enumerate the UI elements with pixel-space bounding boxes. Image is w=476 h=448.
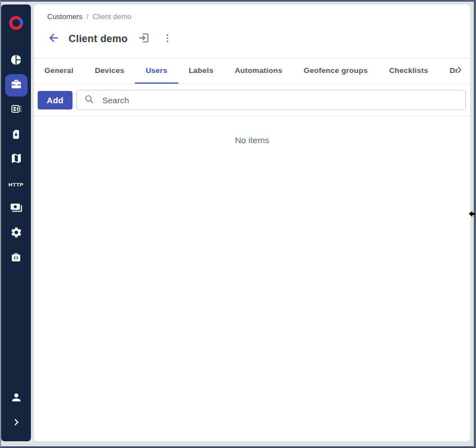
app-window: HTTP: [0, 0, 476, 448]
sidebar-item-http[interactable]: HTTP: [4, 172, 29, 196]
gear-icon: [10, 226, 22, 241]
briefcase-icon: [10, 78, 22, 93]
title-row: Client demo: [47, 26, 457, 58]
search-input[interactable]: [101, 95, 459, 106]
more-actions-button[interactable]: [159, 31, 176, 48]
tab-general[interactable]: General: [34, 58, 84, 84]
sidebar-item-api[interactable]: [4, 246, 29, 271]
sidebar-item-sim-cards[interactable]: [4, 122, 29, 147]
tabs-scroll-right-button[interactable]: [451, 58, 467, 84]
page-title: Client demo: [69, 33, 128, 45]
kebab-menu-icon: [162, 33, 173, 46]
back-button[interactable]: [46, 32, 61, 47]
add-button[interactable]: Add: [38, 91, 72, 109]
payments-icon: [10, 202, 22, 216]
tab-geofence-groups[interactable]: Geofence groups: [293, 58, 378, 84]
tab-users[interactable]: Users: [135, 58, 178, 84]
tab-devices[interactable]: Devices: [84, 58, 135, 84]
chevron-right-icon: [12, 418, 21, 429]
page-header: Customers / Client demo Client demo: [34, 4, 470, 58]
toolbar: Add: [34, 84, 470, 116]
sidebar-item-account[interactable]: [4, 386, 29, 411]
tab-labels[interactable]: Labels: [178, 58, 224, 84]
tab-automations[interactable]: Automations: [224, 58, 293, 84]
chevron-right-icon: [455, 66, 464, 76]
swirl-logo-icon[interactable]: [8, 15, 25, 31]
sidebar-item-settings[interactable]: [4, 221, 29, 246]
sim-card-download-icon: [10, 128, 22, 142]
exit-to-app-icon: [138, 31, 151, 47]
back-arrow-icon: [47, 31, 60, 47]
search-icon: [84, 94, 94, 107]
sidebar-item-devices[interactable]: [4, 98, 29, 122]
person-icon: [10, 391, 22, 406]
open-customer-button[interactable]: [135, 31, 152, 48]
users-list-area: No items: [34, 116, 470, 441]
sidebar: HTTP: [1, 4, 31, 441]
tab-bar: General Devices Users Labels Automations…: [34, 58, 470, 84]
breadcrumb-separator: /: [87, 12, 89, 21]
device-card-icon: [10, 103, 22, 117]
empty-state-text: No items: [235, 135, 269, 441]
pie-chart-icon: [10, 53, 22, 68]
mouse-cursor: [468, 210, 476, 220]
sidebar-item-billing[interactable]: [4, 196, 29, 221]
search-box[interactable]: [76, 90, 466, 110]
http-icon: HTTP: [8, 181, 24, 188]
sidebar-item-dashboard[interactable]: [4, 48, 29, 73]
map-icon: [10, 152, 22, 167]
api-case-icon: [10, 252, 22, 266]
tab-checklists[interactable]: Checklists: [378, 58, 439, 84]
sidebar-item-geofences[interactable]: [4, 147, 29, 172]
main-panel: Customers / Client demo Client demo: [34, 4, 470, 441]
breadcrumb-customers[interactable]: Customers: [47, 12, 83, 21]
sidebar-expand-toggle[interactable]: [4, 411, 29, 436]
sidebar-item-customers[interactable]: [4, 73, 29, 98]
breadcrumb-current: Client demo: [92, 12, 131, 21]
breadcrumb: Customers / Client demo: [47, 12, 457, 21]
